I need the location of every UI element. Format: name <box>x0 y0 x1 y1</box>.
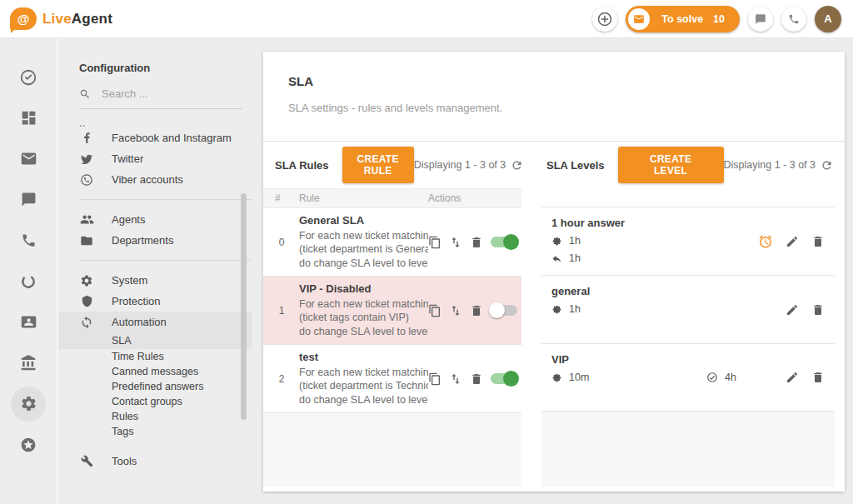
rail-item-tasks[interactable] <box>0 57 57 97</box>
edit-icon[interactable] <box>786 235 799 248</box>
envelope-badge <box>628 8 650 30</box>
rail-item-tickets[interactable] <box>0 138 57 179</box>
menu-item-twitter[interactable]: Twitter <box>79 148 263 169</box>
menu-item-departments[interactable]: Departments <box>79 230 263 251</box>
create-level-button[interactable]: CREATE LEVEL <box>618 147 724 183</box>
chat-button[interactable] <box>748 7 773 32</box>
menu-item-automation[interactable]: Automation <box>58 312 252 332</box>
menu-item-protection[interactable]: Protection <box>79 291 263 312</box>
menu-label: Twitter <box>112 152 143 165</box>
search-input[interactable] <box>102 87 218 100</box>
gear-icon <box>20 395 37 412</box>
contact-card-icon <box>20 313 37 331</box>
rule-body: General SLA For each new ticket matching… <box>288 214 428 271</box>
rule-line: For each new ticket matching <box>299 366 428 380</box>
submenu-item-time-rules[interactable]: Time Rules <box>79 349 263 364</box>
trash-icon[interactable] <box>470 372 483 386</box>
gear-icon <box>79 274 94 287</box>
rail-item-upgrade[interactable] <box>0 424 57 465</box>
menu-item-tools[interactable]: Tools <box>79 451 263 472</box>
menu-divider <box>79 199 252 200</box>
check-circle-icon <box>19 68 37 87</box>
rule-enabled-toggle[interactable] <box>491 373 517 384</box>
agents-icon <box>79 212 94 227</box>
level-title: general <box>551 285 835 297</box>
alarm-icon[interactable] <box>758 234 773 249</box>
config-search[interactable] <box>79 87 242 109</box>
submenu-item-contact-groups[interactable]: Contact groups <box>79 394 263 409</box>
swap-vertical-icon[interactable] <box>449 372 462 386</box>
rule-enabled-toggle[interactable] <box>491 237 517 247</box>
menu-label: Protection <box>112 295 161 307</box>
copy-icon[interactable] <box>428 236 441 249</box>
rule-title: VIP - Disabled <box>299 282 428 295</box>
to-solve-button[interactable]: To solve 10 <box>626 6 740 32</box>
submenu-item-canned-messages[interactable]: Canned messages <box>79 364 263 379</box>
rule-index: 0 <box>275 237 288 248</box>
rule-line: (ticket tags contain VIP) <box>299 311 428 325</box>
menu-item-facebook[interactable]: Facebook and Instagram <box>79 127 263 148</box>
rail-item-calls[interactable] <box>0 220 57 261</box>
rail-item-customers[interactable] <box>0 302 57 342</box>
card-header: SLA SLA settings - rules and levels mana… <box>263 52 845 142</box>
call-button[interactable] <box>781 7 806 32</box>
submenu-item-sla[interactable]: SLA <box>58 332 252 349</box>
rail-item-reports[interactable] <box>0 261 57 302</box>
config-scrollbar-thumb[interactable] <box>241 193 247 420</box>
clipped-menu-item[interactable]: .. <box>79 114 263 127</box>
menu-label: Agents <box>112 213 145 226</box>
copy-icon[interactable] <box>428 304 441 317</box>
rail-item-dashboard[interactable] <box>0 97 57 138</box>
submenu-item-predefined-answers[interactable]: Predefined answers <box>79 379 263 394</box>
user-avatar[interactable]: A <box>815 6 841 32</box>
trash-icon[interactable] <box>811 303 825 317</box>
sync-icon <box>79 316 94 329</box>
rule-actions <box>428 372 521 386</box>
rail-item-billing[interactable] <box>0 342 57 383</box>
rule-line: do change SLA level to level 1 ho <box>299 393 428 407</box>
trash-icon[interactable] <box>470 304 483 317</box>
swap-vertical-icon[interactable] <box>449 236 462 249</box>
submenu-item-tags[interactable]: Tags <box>79 424 263 439</box>
level-title: VIP <box>551 353 835 366</box>
spacer <box>541 188 835 207</box>
edit-icon[interactable] <box>786 371 799 384</box>
swap-vertical-icon[interactable] <box>449 304 462 317</box>
add-circle-button[interactable] <box>592 7 617 32</box>
configuration-panel: Configuration .. Facebook and Instagram … <box>58 38 263 504</box>
refresh-icon[interactable] <box>821 159 833 172</box>
first-answer-value: 10m <box>569 372 589 383</box>
trash-icon[interactable] <box>811 235 825 248</box>
edit-icon[interactable] <box>786 303 799 317</box>
menu-label: Departments <box>112 234 173 247</box>
sla-card: SLA SLA settings - rules and levels mana… <box>263 52 845 492</box>
rail-item-chats[interactable] <box>0 179 57 220</box>
trash-icon[interactable] <box>811 371 825 384</box>
add-circle-icon <box>596 11 613 27</box>
configuration-title: Configuration <box>79 62 263 74</box>
menu-label: Tools <box>112 455 137 467</box>
menu-item-viber[interactable]: Viber accounts <box>79 169 263 190</box>
card-body: SLA Rules CREATE RULE Displaying 1 - 3 o… <box>263 142 845 492</box>
rule-index: 2 <box>275 373 288 385</box>
levels-footer <box>541 412 835 487</box>
sla-levels-section: SLA Levels CREATE LEVEL Displaying 1 - 3… <box>541 142 835 487</box>
rules-displaying-text: Displaying 1 - 3 of 3 <box>414 159 506 171</box>
rule-body: VIP - Disabled For each new ticket match… <box>288 282 428 339</box>
rules-footer <box>263 413 521 487</box>
trash-icon[interactable] <box>470 236 483 249</box>
rule-enabled-toggle[interactable] <box>491 305 517 316</box>
clock-check-icon <box>706 372 718 383</box>
active-item-highlight <box>11 387 46 422</box>
menu-item-system[interactable]: System <box>79 270 263 291</box>
rule-title: General SLA <box>299 214 428 227</box>
copy-icon[interactable] <box>428 372 441 386</box>
icon-rail <box>0 38 58 504</box>
rail-item-settings-active[interactable] <box>0 383 57 424</box>
rule-line: For each new ticket matching <box>299 297 428 312</box>
rule-line: do change SLA level to level VIP <box>299 325 428 339</box>
level-actions <box>786 371 825 384</box>
submenu-item-rules[interactable]: Rules <box>79 409 263 424</box>
create-rule-button[interactable]: CREATE RULE <box>342 147 414 183</box>
menu-item-agents[interactable]: Agents <box>79 209 263 230</box>
